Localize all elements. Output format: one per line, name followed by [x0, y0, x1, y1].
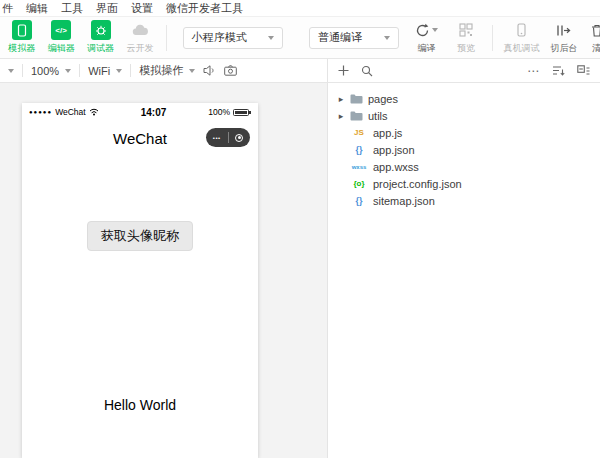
compile-mode-select[interactable]: 普通编译	[309, 27, 399, 49]
tree-item-label: app.wxss	[373, 161, 419, 173]
simulator-toolbar: 100% WiFi 模拟操作	[0, 59, 327, 82]
main-area: ●●●●● WeChat 14:07 100% WeChat •••	[0, 83, 600, 458]
menu-tools[interactable]: 工具	[61, 1, 83, 16]
compile-mode-value: 普通编译	[318, 30, 362, 45]
json-file-icon: {}	[350, 145, 368, 155]
device-debug-icon	[515, 23, 528, 37]
chevron-down-icon	[268, 36, 274, 40]
menubar: 件 编辑 工具 界面 设置 微信开发者工具	[0, 0, 600, 16]
tree-item-app-json[interactable]: {} app.json	[328, 141, 600, 158]
menu-edit[interactable]: 编辑	[26, 1, 48, 16]
volume-icon[interactable]	[203, 65, 216, 76]
preview-button[interactable]: 预览	[446, 20, 485, 55]
add-file-button[interactable]	[338, 65, 349, 76]
wxss-file-icon: wxss	[350, 164, 368, 170]
device-select-button[interactable]	[8, 69, 14, 73]
mini-program-page: 获取头像昵称 Hello World	[22, 155, 258, 413]
editor-button[interactable]: </> 编辑器	[41, 20, 80, 55]
device-debug-label: 真机调试	[503, 42, 539, 55]
hello-world-text: Hello World	[22, 397, 258, 413]
folder-icon	[350, 111, 363, 121]
battery-percent: 100%	[208, 107, 230, 117]
cloud-dev-button[interactable]: 云开发	[120, 20, 159, 55]
page-title: WeChat	[113, 130, 167, 147]
chevron-down-icon	[432, 28, 438, 32]
window-title: 微信开发者工具	[166, 1, 243, 16]
status-time: 14:07	[141, 107, 167, 118]
chevron-down-icon	[384, 36, 390, 40]
clear-cache-label: 清	[592, 42, 600, 55]
tree-item-label: pages	[368, 93, 398, 105]
code-icon: </>	[51, 20, 71, 40]
toolbar-separator	[166, 25, 167, 51]
tree-item-utils[interactable]: ▸ utils	[328, 107, 600, 124]
file-explorer: ▸ pages ▸ utils JS app.js {} app.json wx…	[327, 83, 600, 458]
switch-background-button[interactable]: 切后台	[544, 20, 583, 55]
capsule-menu: •••	[206, 128, 250, 147]
folder-icon	[350, 94, 363, 104]
network-value: WiFi	[88, 65, 110, 77]
preview-label: 预览	[457, 42, 475, 55]
battery-info: 100%	[208, 107, 251, 117]
qr-preview-icon	[459, 23, 473, 37]
compile-label: 编译	[418, 42, 436, 55]
more-options-button[interactable]: ⋯	[527, 66, 540, 76]
menu-file[interactable]: 件	[2, 1, 13, 16]
trash-icon	[591, 24, 600, 37]
json-file-icon: {}	[350, 196, 368, 206]
explorer-toolbar: ⋯	[327, 59, 600, 82]
tree-item-label: app.js	[373, 127, 402, 139]
get-avatar-button[interactable]: 获取头像昵称	[87, 221, 193, 251]
mode-select-value: 小程序模式	[192, 30, 247, 45]
secondary-toolbar: 100% WiFi 模拟操作 ⋯	[0, 59, 600, 83]
clear-cache-button[interactable]: 清	[584, 20, 600, 55]
signal-dots: ●●●●●	[29, 109, 52, 115]
tree-item-sitemap-json[interactable]: {} sitemap.json	[328, 192, 600, 209]
simulator-panel: ●●●●● WeChat 14:07 100% WeChat •••	[0, 83, 327, 458]
mode-select[interactable]: 小程序模式	[183, 27, 283, 49]
home-ring-icon	[235, 134, 243, 142]
search-icon[interactable]	[361, 65, 373, 77]
sort-button[interactable]	[552, 65, 565, 76]
network-select[interactable]: WiFi	[88, 65, 122, 77]
tree-item-label: utils	[368, 110, 388, 122]
compile-button[interactable]: 编译	[407, 20, 446, 55]
navigation-bar: WeChat •••	[22, 121, 258, 155]
capsule-more-button[interactable]: •••	[206, 128, 228, 147]
tree-item-pages[interactable]: ▸ pages	[328, 90, 600, 107]
tree-item-label: project.config.json	[373, 178, 462, 190]
carrier-name: WeChat	[55, 107, 86, 117]
config-file-icon: {o}	[350, 179, 368, 188]
more-dots-icon: •••	[213, 135, 221, 141]
cloud-dev-label: 云开发	[127, 42, 154, 55]
tree-item-label: app.json	[373, 144, 415, 156]
zoom-select[interactable]: 100%	[31, 65, 71, 77]
phone-icon	[12, 20, 32, 40]
bug-icon	[91, 20, 111, 40]
switch-background-label: 切后台	[550, 42, 577, 55]
wifi-icon	[89, 108, 99, 116]
collapse-all-button[interactable]	[577, 65, 590, 76]
status-bar: ●●●●● WeChat 14:07 100%	[22, 103, 258, 121]
simulate-actions-select[interactable]: 模拟操作	[139, 63, 195, 78]
js-file-icon: JS	[350, 128, 368, 137]
chevron-down-icon	[116, 69, 122, 73]
tree-item-project-config-json[interactable]: {o} project.config.json	[328, 175, 600, 192]
battery-icon	[233, 109, 249, 116]
chevron-right-icon: ▸	[337, 94, 345, 104]
main-toolbar: 模拟器 </> 编辑器 调试器 云开发 小程序模式 普通编译 编译	[0, 16, 600, 59]
carrier-info: ●●●●● WeChat	[29, 107, 99, 117]
capsule-home-button[interactable]	[229, 128, 251, 147]
editor-label: 编辑器	[48, 42, 75, 55]
tree-item-app-js[interactable]: JS app.js	[328, 124, 600, 141]
menu-ui[interactable]: 界面	[96, 1, 118, 16]
tree-item-app-wxss[interactable]: wxss app.wxss	[328, 158, 600, 175]
screenshot-icon[interactable]	[224, 65, 237, 76]
simulator-button[interactable]: 模拟器	[2, 20, 41, 55]
simulate-actions-value: 模拟操作	[139, 63, 183, 78]
debugger-button[interactable]: 调试器	[81, 20, 120, 55]
device-debug-button[interactable]: 真机调试	[499, 20, 545, 55]
cloud-icon	[132, 20, 149, 40]
phone-simulator: ●●●●● WeChat 14:07 100% WeChat •••	[22, 103, 258, 458]
menu-settings[interactable]: 设置	[131, 1, 153, 16]
